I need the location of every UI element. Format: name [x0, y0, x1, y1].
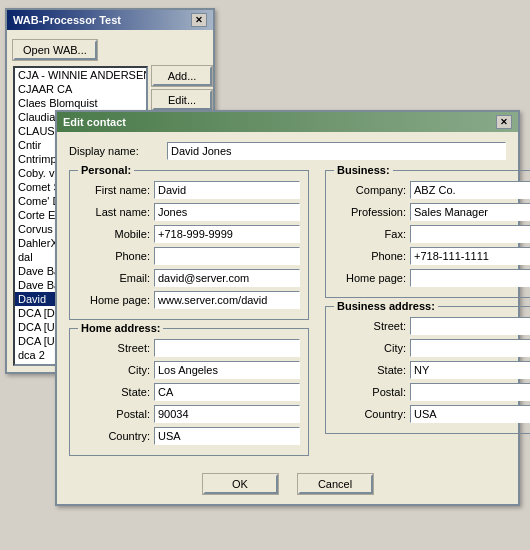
wab-title-bar: WAB-Processor Test ✕: [7, 10, 213, 30]
city-row: City:: [78, 361, 300, 379]
state-row: State:: [78, 383, 300, 401]
edit-content: Display name: Personal: First name: Last…: [57, 132, 518, 504]
postal-row: Postal:: [78, 405, 300, 423]
profession-input[interactable]: [410, 203, 530, 221]
ok-button[interactable]: OK: [203, 474, 278, 494]
edit-title-bar: Edit contact ✕: [57, 112, 518, 132]
left-column: Personal: First name: Last name: Mobile:: [69, 170, 309, 464]
biz-state-label: State:: [334, 364, 406, 376]
homepage-row: Home page:: [78, 291, 300, 309]
biz-homepage-input[interactable]: [410, 269, 530, 287]
biz-street-row: Street:: [334, 317, 530, 335]
add-button[interactable]: Add...: [152, 66, 212, 86]
home-address-section: Home address: Street: City: State: P: [69, 328, 309, 456]
homepage-input[interactable]: [154, 291, 300, 309]
first-name-row: First name:: [78, 181, 300, 199]
wab-title-buttons: ✕: [191, 13, 207, 27]
city-label: City:: [78, 364, 150, 376]
postal-input[interactable]: [154, 405, 300, 423]
mobile-label: Mobile:: [78, 228, 150, 240]
phone-label: Phone:: [78, 250, 150, 262]
company-label: Company:: [334, 184, 406, 196]
phone-input[interactable]: [154, 247, 300, 265]
open-wab-button[interactable]: Open WAB...: [13, 40, 97, 60]
state-input[interactable]: [154, 383, 300, 401]
wab-title-text: WAB-Processor Test: [13, 14, 121, 26]
profession-label: Profession:: [334, 206, 406, 218]
business-section: Business: Company: Profession: Fax:: [325, 170, 530, 298]
list-item[interactable]: CJAAR CA: [15, 82, 146, 96]
city-input[interactable]: [154, 361, 300, 379]
right-column: Business: Company: Profession: Fax:: [325, 170, 530, 464]
company-input[interactable]: [410, 181, 530, 199]
fax-input[interactable]: [410, 225, 530, 243]
first-name-label: First name:: [78, 184, 150, 196]
display-name-input[interactable]: [167, 142, 506, 160]
last-name-input[interactable]: [154, 203, 300, 221]
biz-street-label: Street:: [334, 320, 406, 332]
profession-row: Profession:: [334, 203, 530, 221]
email-label: Email:: [78, 272, 150, 284]
biz-city-input[interactable]: [410, 339, 530, 357]
biz-country-input[interactable]: [410, 405, 530, 423]
biz-homepage-label: Home page:: [334, 272, 406, 284]
mobile-row: Mobile:: [78, 225, 300, 243]
biz-postal-row: Postal:: [334, 383, 530, 401]
biz-state-row: State:: [334, 361, 530, 379]
last-name-label: Last name:: [78, 206, 150, 218]
personal-section: Personal: First name: Last name: Mobile:: [69, 170, 309, 320]
biz-state-input[interactable]: [410, 361, 530, 379]
homepage-label: Home page:: [78, 294, 150, 306]
country-input[interactable]: [154, 427, 300, 445]
list-item[interactable]: CJA - WINNIE ANDERSEN: [15, 68, 146, 82]
state-label: State:: [78, 386, 150, 398]
email-row: Email:: [78, 269, 300, 287]
first-name-input[interactable]: [154, 181, 300, 199]
edit-contact-window: Edit contact ✕ Display name: Personal: F…: [55, 110, 520, 506]
biz-postal-input[interactable]: [410, 383, 530, 401]
street-input[interactable]: [154, 339, 300, 357]
biz-address-section: Business address: Street: City: State:: [325, 306, 530, 434]
biz-phone-input[interactable]: [410, 247, 530, 265]
last-name-row: Last name:: [78, 203, 300, 221]
street-row: Street:: [78, 339, 300, 357]
biz-country-row: Country:: [334, 405, 530, 423]
biz-address-title: Business address:: [334, 300, 438, 312]
biz-phone-label: Phone:: [334, 250, 406, 262]
wab-close-button[interactable]: ✕: [191, 13, 207, 27]
biz-street-input[interactable]: [410, 317, 530, 335]
home-address-title: Home address:: [78, 322, 163, 334]
edit-title-text: Edit contact: [63, 116, 126, 128]
country-row: Country:: [78, 427, 300, 445]
biz-city-row: City:: [334, 339, 530, 357]
fax-row: Fax:: [334, 225, 530, 243]
fax-label: Fax:: [334, 228, 406, 240]
biz-postal-label: Postal:: [334, 386, 406, 398]
two-columns: Personal: First name: Last name: Mobile:: [69, 170, 506, 464]
company-row: Company:: [334, 181, 530, 199]
cancel-button[interactable]: Cancel: [298, 474, 373, 494]
display-name-label: Display name:: [69, 145, 159, 157]
display-name-row: Display name:: [69, 142, 506, 160]
country-label: Country:: [78, 430, 150, 442]
biz-country-label: Country:: [334, 408, 406, 420]
street-label: Street:: [78, 342, 150, 354]
edit-title-buttons: ✕: [496, 115, 512, 129]
phone-row: Phone:: [78, 247, 300, 265]
biz-city-label: City:: [334, 342, 406, 354]
biz-homepage-row: Home page:: [334, 269, 530, 287]
list-item[interactable]: Claes Blomquist: [15, 96, 146, 110]
mobile-input[interactable]: [154, 225, 300, 243]
email-input[interactable]: [154, 269, 300, 287]
edit-close-button[interactable]: ✕: [496, 115, 512, 129]
edit-button[interactable]: Edit...: [152, 90, 212, 110]
personal-section-title: Personal:: [78, 164, 134, 176]
bottom-buttons: OK Cancel: [69, 474, 506, 494]
business-section-title: Business:: [334, 164, 393, 176]
postal-label: Postal:: [78, 408, 150, 420]
biz-phone-row: Phone:: [334, 247, 530, 265]
